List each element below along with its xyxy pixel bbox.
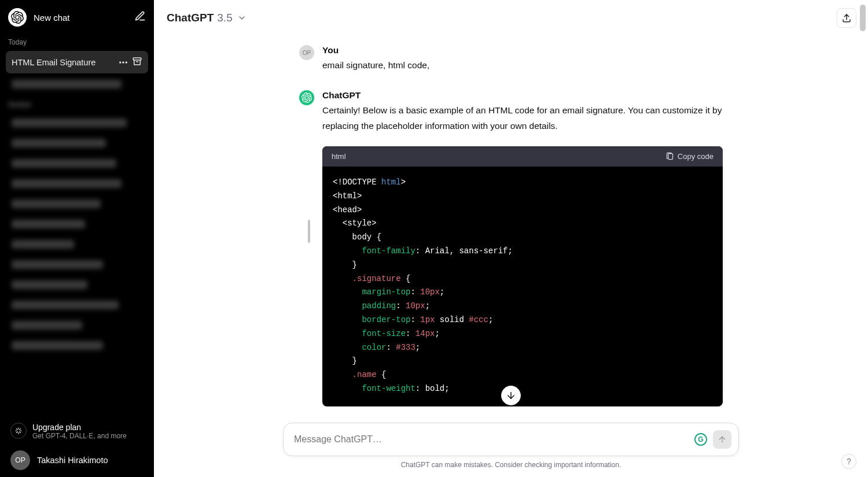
blurred-chat-item <box>6 75 148 94</box>
composer[interactable]: G <box>283 423 739 456</box>
composer-area: G ChatGPT can make mistakes. Consider ch… <box>154 423 868 477</box>
avatar: OP <box>10 450 30 470</box>
upgrade-texts: Upgrade plan Get GPT-4, DALL·E, and more <box>32 423 127 440</box>
main: ChatGPT 3.5 OP You email signature, html… <box>154 0 868 477</box>
assistant-avatar <box>299 90 314 105</box>
sidebar-footer: Upgrade plan Get GPT-4, DALL·E, and more… <box>0 413 154 477</box>
conversation: OP You email signature, html code, ChatG… <box>154 34 868 423</box>
svg-point-1 <box>123 62 124 63</box>
chevron-down-icon <box>237 13 247 23</box>
message-text: email signature, html code, <box>322 58 723 73</box>
copy-code-label: Copy code <box>678 152 713 161</box>
code-header: html Copy code <box>322 146 723 167</box>
code-language: html <box>332 152 346 161</box>
copy-code-button[interactable]: Copy code <box>665 152 713 161</box>
upgrade-title: Upgrade plan <box>32 423 127 432</box>
scrollbar-thumb[interactable] <box>860 5 866 31</box>
arrow-down-icon <box>506 390 516 401</box>
message-author: You <box>322 45 723 56</box>
message-body: You email signature, html code, <box>322 45 723 73</box>
sidebar: New chat Today HTML Email Signature Sect… <box>0 0 154 477</box>
upload-icon <box>841 13 852 23</box>
assistant-message: ChatGPT Certainly! Below is a basic exam… <box>285 90 737 406</box>
code-body[interactable]: <!DOCTYPE html><html><head> <style> body… <box>322 167 723 406</box>
svg-point-0 <box>120 62 121 63</box>
help-button[interactable]: ? <box>841 454 856 469</box>
send-button[interactable] <box>713 430 731 449</box>
user-message: OP You email signature, html code, <box>285 45 737 73</box>
new-chat-label: New chat <box>34 13 134 23</box>
message-body: ChatGPT Certainly! Below is a basic exam… <box>322 90 723 406</box>
arrow-up-icon <box>718 435 727 444</box>
share-button[interactable] <box>837 8 856 28</box>
chat-title: HTML Email Signature <box>12 58 116 67</box>
grammarly-badge-icon[interactable]: G <box>694 433 707 446</box>
svg-rect-5 <box>668 154 673 160</box>
new-chat-row[interactable]: New chat <box>0 0 154 32</box>
user-avatar: OP <box>299 45 314 60</box>
chat-more-icon[interactable] <box>118 57 128 68</box>
model-name: ChatGPT <box>167 12 214 24</box>
section-today: Today <box>0 32 154 50</box>
topbar: ChatGPT 3.5 <box>154 0 868 34</box>
blurred-section: Section <box>0 95 154 355</box>
message-text: Certainly! Below is a basic example of a… <box>322 103 723 134</box>
scroll-to-bottom-button[interactable] <box>501 386 521 405</box>
message-author: ChatGPT <box>322 90 723 101</box>
resize-handle[interactable] <box>308 220 310 243</box>
chat-item-active[interactable]: HTML Email Signature <box>6 51 148 73</box>
code-block: html Copy code <!DOCTYPE html><html><hea… <box>322 146 723 406</box>
svg-point-2 <box>126 62 127 63</box>
model-version: 3.5 <box>217 12 232 24</box>
svg-rect-3 <box>133 58 141 60</box>
chat-list: HTML Email Signature Section <box>0 50 154 413</box>
message-input[interactable] <box>294 434 694 445</box>
openai-logo-icon <box>8 8 27 27</box>
disclaimer-text: ChatGPT can make mistakes. Consider chec… <box>154 456 868 472</box>
profile-name: Takashi Hirakimoto <box>37 456 108 465</box>
upgrade-plan-button[interactable]: Upgrade plan Get GPT-4, DALL·E, and more <box>8 418 146 445</box>
clipboard-icon <box>665 152 674 161</box>
sparkle-icon <box>10 423 27 439</box>
chat-archive-icon[interactable] <box>132 56 142 68</box>
profile-button[interactable]: OP Takashi Hirakimoto <box>8 445 146 470</box>
upgrade-subtitle: Get GPT-4, DALL·E, and more <box>32 432 127 440</box>
compose-icon[interactable] <box>134 10 146 24</box>
scrollbar-track[interactable] <box>859 2 867 475</box>
model-switcher[interactable]: ChatGPT 3.5 <box>167 12 247 24</box>
